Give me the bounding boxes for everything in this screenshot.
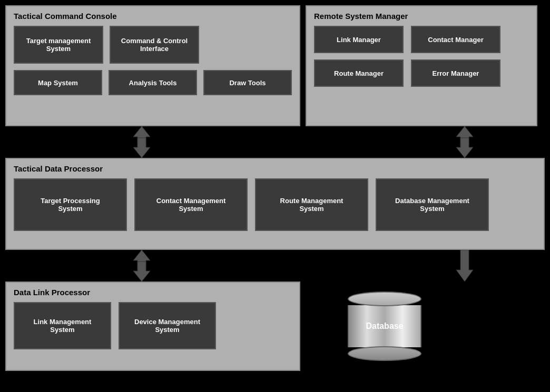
svg-marker-6 [456,250,473,282]
database-label: Database [366,321,403,331]
db-top-ellipse [348,292,421,306]
svg-marker-5 [133,262,150,282]
db-body: Database [348,305,421,347]
dlp-modules: Link ManagementSystem Device ManagementS… [14,302,292,349]
tdp-title: Tactical Data Processor [14,164,536,173]
tcc-bottom-modules: Map System Analysis Tools Draw Tools [14,70,292,95]
module-database-management[interactable]: Database ManagementSystem [376,178,489,231]
db-bottom-ellipse [348,346,421,361]
database-container: Database [306,282,464,371]
tdp-modules: Target ProcessingSystem Contact Manageme… [14,178,536,231]
module-route-management[interactable]: Route ManagementSystem [255,178,368,231]
rsm-bottom-modules: Route Manager Error Manager [314,59,529,87]
diagram-container: Tactical Command Console Target manageme… [0,0,550,392]
bottom-row: Data Link Processor Link ManagementSyste… [5,282,545,371]
dlp-title: Data Link Processor [14,288,292,297]
top-row: Tactical Command Console Target manageme… [5,5,545,126]
module-link-manager[interactable]: Link Manager [314,26,404,53]
module-target-management[interactable]: Target managementSystem [14,26,103,64]
tactical-data-processor-panel: Tactical Data Processor Target Processin… [5,158,545,250]
module-draw-tools[interactable]: Draw Tools [203,70,292,95]
module-target-processing[interactable]: Target ProcessingSystem [14,178,127,231]
arrow-row-1 [5,126,545,158]
module-contact-management[interactable]: Contact ManagementSystem [134,178,248,231]
database-cylinder: Database [348,292,421,361]
module-map-system[interactable]: Map System [14,70,102,95]
tcc-top-modules: Target managementSystem Command & Contro… [14,26,292,64]
rsm-top-modules: Link Manager Contact Manager [314,26,529,53]
arrow-left-2 [130,250,153,284]
arrow-down-2 [453,250,476,284]
remote-system-manager-panel: Remote System Manager Link Manager Conta… [306,5,537,126]
svg-marker-3 [456,138,473,158]
arrow-left-1 [130,126,153,160]
module-command-control[interactable]: Command & ControlInterface [110,26,199,64]
arrow-right-1 [453,126,476,160]
arrow-row-2 [5,250,545,282]
svg-marker-1 [133,138,150,158]
module-contact-manager[interactable]: Contact Manager [411,26,500,53]
tcc-title: Tactical Command Console [14,12,292,21]
data-link-processor-panel: Data Link Processor Link ManagementSyste… [5,282,300,371]
tactical-command-console-panel: Tactical Command Console Target manageme… [5,5,300,126]
module-error-manager[interactable]: Error Manager [411,59,500,87]
module-analysis-tools[interactable]: Analysis Tools [109,70,197,95]
module-link-management[interactable]: Link ManagementSystem [14,302,111,349]
module-route-manager[interactable]: Route Manager [314,59,404,87]
module-device-management[interactable]: Device ManagementSystem [119,302,216,349]
rsm-title: Remote System Manager [314,12,529,21]
